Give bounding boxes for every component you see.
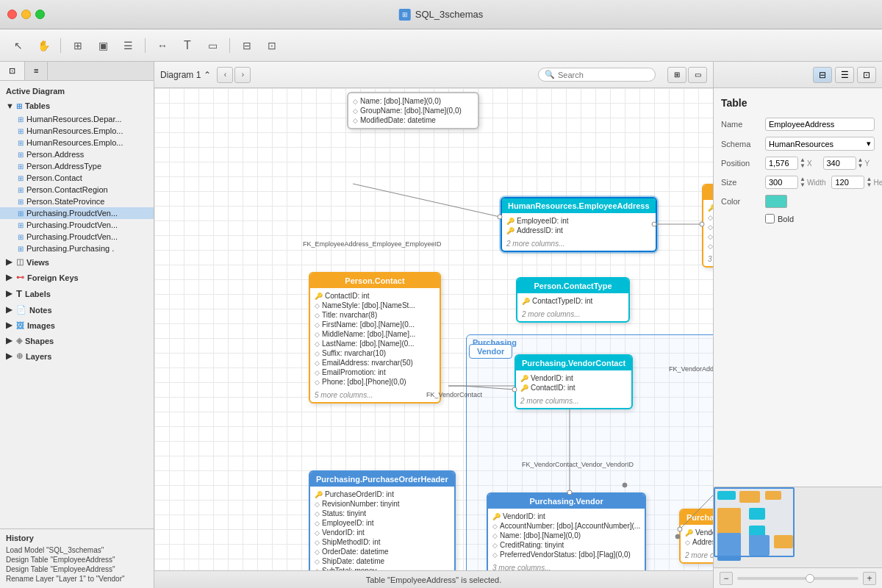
sidebar-item-person-address[interactable]: ⊞ Person.Address [0,148,154,160]
export-tool[interactable]: ⊡ [261,35,283,56]
table-vendor[interactable]: Purchasing.Vendor 🔑 VendorID: int ◇ Acco… [487,492,646,570]
zoom-out-button[interactable]: − [720,572,733,585]
labels-section-header[interactable]: ▶ T Labels [0,285,154,302]
tables-section-header[interactable]: ▼ ⊞ Tables [0,98,154,113]
x-label: X [807,159,812,168]
search-box[interactable]: 🔍 [538,68,656,82]
table-contact-type[interactable]: Person.ContactType 🔑 ContactTypeID: int … [516,277,630,323]
table-icon: ⊞ [18,198,24,206]
notes-section-header[interactable]: ▶ 📄 Notes [0,302,154,318]
sidebar-item-person-stateprovince[interactable]: ⊞ Person.StateProvince [0,196,154,207]
view-split-btn[interactable]: ⊞ [667,67,686,83]
bold-property-row: Bold [721,214,875,223]
sidebar-item-purchasing-3[interactable]: ⊞ Purchasing.ProudctVen... [0,231,154,243]
height-input[interactable] [831,176,864,189]
schema-prop-select[interactable]: HumanResources ▾ [765,137,875,151]
width-label: Width [807,179,826,187]
w-spinners[interactable]: ▲ ▼ [800,176,806,188]
name-prop-input[interactable] [765,118,875,131]
layers-section-header[interactable]: ▶ ⊕ Layers [0,348,154,364]
y-input[interactable] [823,157,856,170]
fk-section-header[interactable]: ▶ ⊷ Foreign Keys [0,270,154,285]
active-diagram-header: Active Diagram [0,84,154,98]
name-property-row: Name [721,118,875,131]
sidebar-item-purchasing-2[interactable]: ⊞ Purchasing.ProudctVen... [0,219,154,231]
sidebar-tab-objects[interactable]: ≡ [25,62,48,80]
color-prop-label: Color [721,197,765,206]
text-tool[interactable]: ☰ [117,35,139,56]
sidebar-item-purchasing-purchasing[interactable]: ⊞ Purchasing.Purchasing . [0,243,154,254]
vendor-label-box[interactable]: Vendor [469,344,512,359]
sidebar-item-hr-emplo-1[interactable]: ⊞ HumanResources.Emplo... [0,125,154,137]
sidebar-item-person-contactregion[interactable]: ⊞ Person.ContactRegion [0,184,154,196]
maximize-button[interactable] [35,10,45,19]
view-single-btn[interactable]: ▭ [688,67,707,83]
size-prop-label: Size [721,178,765,187]
zoom-slider[interactable] [737,577,858,580]
right-tab-view[interactable]: ☰ [835,67,854,83]
right-tab-table[interactable]: ⊟ [813,67,832,83]
table-employee-address[interactable]: HumanResources.EmployeeAddress 🔑 Employe… [501,197,657,252]
table-person-contact[interactable]: Person.Contact 🔑 ContactID: int ◇ NameSt… [309,272,441,404]
table-header: Person.Contact [310,273,440,288]
shapes-section-header[interactable]: ▶ ◈ Shapes [0,333,154,348]
x-input[interactable] [765,157,798,170]
right-tab-export[interactable]: ⊡ [857,67,876,83]
view-tool[interactable]: ▣ [92,35,114,56]
shape-tool[interactable]: T [176,35,198,56]
bold-checkbox[interactable] [765,214,775,223]
sidebar-item-person-contact[interactable]: ⊞ Person.Contact [0,172,154,184]
line-tool[interactable]: ↔ [151,35,173,56]
main-layout: ⊡ ≡ Active Diagram ▼ ⊞ Tables ⊞ HumanRes… [0,62,882,588]
sidebar-item-purchasing-1[interactable]: ⊞ Purchasing.ProudctVen... [0,207,154,219]
sidebar-item-hr-depar[interactable]: ⊞ HumanResources.Depar... [0,113,154,125]
color-swatch[interactable] [765,195,787,208]
cursor-tool[interactable]: ↖ [7,35,29,56]
x-down[interactable]: ▼ [800,163,806,169]
tables-expand-icon: ▼ [6,101,13,110]
table-vendor-address[interactable]: Purchasing.VendorAddress 🔑 VendorID: int… [679,509,713,564]
schema-dropdown-icon: ▾ [867,139,871,148]
images-section-header[interactable]: ▶ 🖼 Images [0,318,154,333]
bold-label: Bold [778,215,794,223]
traffic-lights[interactable] [7,10,45,19]
position-property-row: Position ▲ ▼ X ▲ ▼ [721,157,875,170]
sidebar-item-person-addresstype[interactable]: ⊞ Person.AddressType [0,160,154,172]
hand-tool[interactable]: ✋ [32,35,54,56]
zoom-thumb[interactable] [806,574,814,583]
sidebar-tab-diagram[interactable]: ⊡ [0,62,25,80]
table-tool[interactable]: ⊞ [67,35,89,56]
table-purchase-order[interactable]: Purchasing.PurchaseOrderHeader 🔑 Purchas… [309,470,456,570]
diagram-label: Diagram 1 ⌃ [160,70,211,80]
table-person-address[interactable]: Person.Address 🔑 AddressID: int ◇ Addres… [702,184,713,268]
minimize-button[interactable] [21,10,31,19]
x-spinners[interactable]: ▲ ▼ [800,157,806,169]
fk-expand-icon: ▶ [6,273,13,282]
h-spinners[interactable]: ▲ ▼ [866,176,872,188]
sidebar-tabs: ⊡ ≡ [0,62,154,81]
diagram-dropdown-icon[interactable]: ⌃ [204,70,211,80]
views-section-header[interactable]: ▶ ◫ Views [0,254,154,270]
zoom-in-button[interactable]: + [863,572,876,585]
table-icon: ⊞ [18,139,24,147]
note-tool[interactable]: ▭ [201,35,223,56]
svg-text:FK_EmployeeAddress_Employee_Em: FK_EmployeeAddress_Employee_EmployeeID [303,240,442,248]
diagram-canvas[interactable]: ◇ Name: [dbo].[Name](0,0) ◇ GroupName: [… [154,88,713,570]
y-spinners[interactable]: ▲ ▼ [858,157,864,169]
canvas-toolbar: Diagram 1 ⌃ ‹ › 🔍 ⊞ ▭ [154,62,713,88]
panel-title: Table [721,97,875,109]
search-input[interactable] [558,71,646,79]
back-button[interactable]: ‹ [217,67,233,83]
forward-button[interactable]: › [234,67,251,83]
nav-buttons: ‹ › [217,67,251,83]
table-vendor-contact[interactable]: Purchasing.VendorContact 🔑 VendorID: int… [514,354,633,409]
sidebar-item-hr-emplo-2[interactable]: ⊞ HumanResources.Emplo... [0,137,154,148]
y-down[interactable]: ▼ [858,163,864,169]
label-tool[interactable]: ⊟ [236,35,258,56]
w-down[interactable]: ▼ [800,182,806,188]
width-input[interactable] [765,176,798,189]
h-down[interactable]: ▼ [866,182,872,188]
close-button[interactable] [7,10,17,19]
app-icon: ⊞ [399,9,411,21]
name-table[interactable]: ◇ Name: [dbo].[Name](0,0) ◇ GroupName: [… [347,92,479,129]
